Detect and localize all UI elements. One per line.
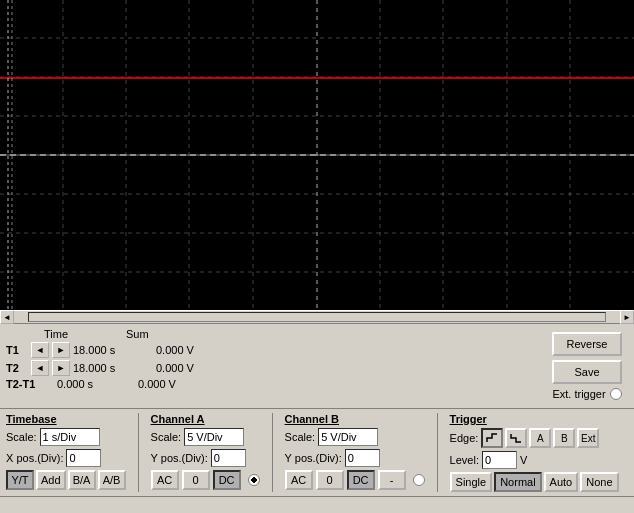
add-button[interactable]: Add bbox=[36, 470, 66, 490]
separator-3 bbox=[437, 413, 438, 492]
timebase-title: Timebase bbox=[6, 413, 126, 425]
channel-a-ac-btn[interactable]: AC bbox=[151, 470, 179, 490]
bottom-panel: Time Sum T1 ◄ ► 18.000 s 0.000 V T2 ◄ ► … bbox=[0, 324, 634, 513]
ext-trigger-label: Ext. trigger bbox=[552, 388, 605, 400]
t2-t1-label: T2-T1 bbox=[6, 378, 52, 390]
trigger-level-input[interactable] bbox=[482, 451, 517, 469]
t2-sum: 0.000 V bbox=[156, 362, 236, 374]
channel-a-dc-btn[interactable]: DC bbox=[213, 470, 241, 490]
t2-time: 18.000 s bbox=[73, 362, 153, 374]
reverse-save-section: Reverse Save Ext. trigger bbox=[546, 328, 628, 404]
diff-time: 0.000 s bbox=[55, 378, 135, 390]
trigger-title: Trigger bbox=[450, 413, 619, 425]
trigger-ext-btn[interactable]: Ext bbox=[577, 428, 599, 448]
ext-trigger-radio[interactable] bbox=[610, 388, 622, 400]
scrollbar-track[interactable] bbox=[28, 312, 606, 322]
separator-2 bbox=[272, 413, 273, 492]
channel-a-zero-btn[interactable]: 0 bbox=[182, 470, 210, 490]
ab-button[interactable]: A/B bbox=[98, 470, 126, 490]
channel-b-dc-btn[interactable]: DC bbox=[347, 470, 375, 490]
t2-label: T2 bbox=[6, 362, 28, 374]
t1-right-btn[interactable]: ► bbox=[52, 342, 70, 358]
trigger-b-btn[interactable]: B bbox=[553, 428, 575, 448]
channel-b-ac-btn[interactable]: AC bbox=[285, 470, 313, 490]
diff-sum: 0.000 V bbox=[138, 378, 218, 390]
waveform-display bbox=[0, 0, 634, 310]
channel-b-ypos-label: Y pos.(Div): bbox=[285, 452, 342, 464]
trigger-single-btn[interactable]: Single bbox=[450, 472, 493, 492]
ba-button[interactable]: B/A bbox=[68, 470, 96, 490]
timebase-group: Timebase Scale: X pos.(Div): Y/T Add B/A… bbox=[6, 413, 126, 490]
timebase-scale-label: Scale: bbox=[6, 431, 37, 443]
trigger-group: Trigger Edge: A B Ext Level: bbox=[450, 413, 619, 492]
channel-b-zero-btn[interactable]: 0 bbox=[316, 470, 344, 490]
trigger-normal-btn[interactable]: Normal bbox=[494, 472, 541, 492]
yt-button[interactable]: Y/T bbox=[6, 470, 34, 490]
t1-sum: 0.000 V bbox=[156, 344, 236, 356]
horizontal-scrollbar[interactable]: ◄ ► bbox=[0, 310, 634, 324]
trigger-none-btn[interactable]: None bbox=[580, 472, 618, 492]
scroll-left-arrow[interactable]: ◄ bbox=[0, 310, 14, 324]
timebase-xpos-input[interactable] bbox=[66, 449, 101, 467]
t2-left-btn[interactable]: ◄ bbox=[31, 360, 49, 376]
t2-right-btn[interactable]: ► bbox=[52, 360, 70, 376]
controls-row: Timebase Scale: X pos.(Div): Y/T Add B/A… bbox=[0, 409, 634, 497]
channel-a-scale-label: Scale: bbox=[151, 431, 182, 443]
channel-a-group: Channel A Scale: Y pos.(Div): AC 0 DC bbox=[151, 413, 260, 490]
channel-a-title: Channel A bbox=[151, 413, 260, 425]
reverse-button[interactable]: Reverse bbox=[552, 332, 622, 356]
scroll-right-arrow[interactable]: ► bbox=[620, 310, 634, 324]
channel-a-ypos-input[interactable] bbox=[211, 449, 246, 467]
separator-1 bbox=[138, 413, 139, 492]
trigger-auto-btn[interactable]: Auto bbox=[544, 472, 579, 492]
t1-label: T1 bbox=[6, 344, 28, 356]
trigger-level-label: Level: bbox=[450, 454, 479, 466]
timebase-scale-input[interactable] bbox=[40, 428, 100, 446]
channel-a-ypos-label: Y pos.(Div): bbox=[151, 452, 208, 464]
channel-b-ypos-input[interactable] bbox=[345, 449, 380, 467]
trigger-rising-btn[interactable] bbox=[481, 428, 503, 448]
channel-b-scale-input[interactable] bbox=[318, 428, 378, 446]
channel-b-group: Channel B Scale: Y pos.(Div): AC 0 DC - bbox=[285, 413, 425, 490]
trigger-level-unit: V bbox=[520, 454, 527, 466]
t1-left-btn[interactable]: ◄ bbox=[31, 342, 49, 358]
timebase-xpos-label: X pos.(Div): bbox=[6, 452, 63, 464]
channel-a-radio[interactable] bbox=[248, 474, 260, 486]
trigger-edge-label: Edge: bbox=[450, 432, 479, 444]
channel-b-scale-label: Scale: bbox=[285, 431, 316, 443]
time-header: Time bbox=[44, 328, 124, 340]
channel-b-title: Channel B bbox=[285, 413, 425, 425]
channel-b-minus-btn[interactable]: - bbox=[378, 470, 406, 490]
sum-header: Sum bbox=[126, 328, 206, 340]
trigger-falling-btn[interactable] bbox=[505, 428, 527, 448]
channel-a-scale-input[interactable] bbox=[184, 428, 244, 446]
t1-time: 18.000 s bbox=[73, 344, 153, 356]
save-button[interactable]: Save bbox=[552, 360, 622, 384]
trigger-a-btn[interactable]: A bbox=[529, 428, 551, 448]
channel-b-radio[interactable] bbox=[413, 474, 425, 486]
cursor-info-section: Time Sum T1 ◄ ► 18.000 s 0.000 V T2 ◄ ► … bbox=[6, 328, 546, 390]
scope-screen bbox=[0, 0, 634, 310]
